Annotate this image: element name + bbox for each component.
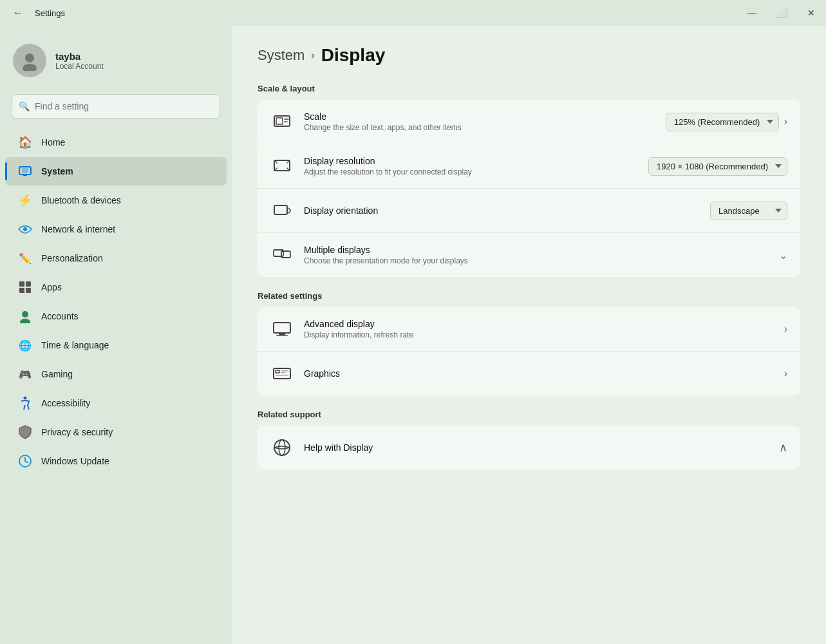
- close-button[interactable]: ✕: [796, 0, 826, 26]
- related-settings-card: Advanced display Display information, re…: [258, 307, 800, 395]
- search-input[interactable]: [35, 101, 213, 111]
- svg-rect-21: [279, 333, 285, 335]
- orientation-row[interactable]: Display orientation Landscape Portrait: [258, 189, 800, 233]
- resolution-control[interactable]: 1920 × 1080 (Recommended) 1280 × 720: [648, 157, 787, 176]
- windows-update-icon: [18, 454, 32, 468]
- scale-control[interactable]: 125% (Recommended) 100% 150% ›: [666, 113, 787, 131]
- multiple-displays-icon: [270, 243, 294, 267]
- advanced-display-chevron-icon: ›: [784, 323, 787, 335]
- advanced-display-row[interactable]: Advanced display Display information, re…: [258, 307, 800, 352]
- help-display-text: Help with Display: [304, 442, 769, 453]
- multiple-displays-chevron-icon: ⌄: [779, 249, 787, 261]
- scale-row[interactable]: Scale Change the size of text, apps, and…: [258, 100, 800, 144]
- scale-title: Scale: [304, 111, 655, 122]
- advanced-display-control[interactable]: ›: [784, 323, 787, 335]
- accessibility-icon: [18, 396, 32, 410]
- gaming-icon: 🎮: [18, 367, 32, 381]
- sidebar-label-personalization: Personalization: [41, 253, 103, 263]
- svg-rect-15: [276, 118, 283, 124]
- svg-rect-9: [26, 288, 31, 293]
- svg-rect-6: [19, 281, 24, 287]
- resolution-row[interactable]: Display resolution Adjust the resolution…: [258, 144, 800, 189]
- svg-point-0: [25, 53, 34, 62]
- minimize-button[interactable]: —: [737, 0, 767, 26]
- sidebar-item-accounts[interactable]: Accounts: [5, 302, 227, 330]
- scale-dropdown[interactable]: 125% (Recommended) 100% 150%: [666, 113, 779, 131]
- nav-menu: 🏠 Home System ⚡ Bluetooth & devices: [0, 128, 232, 476]
- svg-point-1: [23, 64, 37, 71]
- help-display-row[interactable]: Help with Display ∧: [258, 426, 800, 469]
- help-display-chevron-icon: ∧: [779, 440, 787, 455]
- window-title: Settings: [35, 8, 65, 18]
- svg-point-5: [23, 227, 27, 231]
- breadcrumb-chevron-icon: ›: [311, 50, 314, 61]
- resolution-title: Display resolution: [304, 156, 638, 166]
- sidebar-item-home[interactable]: 🏠 Home: [5, 128, 227, 156]
- sidebar-item-network[interactable]: Network & internet: [5, 215, 227, 243]
- sidebar-label-home: Home: [41, 137, 65, 147]
- advanced-display-title: Advanced display: [304, 319, 774, 329]
- content-area: System › Display Scale & layout Scale Ch…: [232, 26, 826, 644]
- svg-rect-16: [274, 160, 290, 171]
- home-icon: 🏠: [18, 135, 32, 149]
- graphics-title: Graphics: [304, 368, 774, 379]
- svg-point-10: [22, 311, 28, 317]
- sidebar-item-system[interactable]: System: [5, 157, 227, 185]
- scale-layout-card: Scale Change the size of text, apps, and…: [258, 100, 800, 277]
- sidebar-item-privacy[interactable]: Privacy & security: [5, 418, 227, 446]
- sidebar-item-accessibility[interactable]: Accessibility: [5, 389, 227, 417]
- svg-rect-8: [19, 288, 24, 293]
- apps-icon: [18, 280, 32, 294]
- svg-point-30: [279, 440, 285, 455]
- sidebar-item-bluetooth[interactable]: ⚡ Bluetooth & devices: [5, 186, 227, 214]
- breadcrumb-parent[interactable]: System: [258, 47, 305, 64]
- sidebar-label-system: System: [41, 166, 73, 176]
- accounts-icon: [18, 309, 32, 323]
- svg-point-29: [274, 440, 290, 455]
- orientation-title: Display orientation: [304, 205, 700, 216]
- graphics-row[interactable]: Graphics ›: [258, 352, 800, 395]
- help-display-icon: [270, 436, 294, 459]
- sidebar-item-time[interactable]: 🌐 Time & language: [5, 331, 227, 359]
- sidebar-label-windows-update: Windows Update: [41, 456, 109, 466]
- breadcrumb: System › Display: [258, 45, 800, 66]
- sidebar-label-accounts: Accounts: [41, 311, 79, 321]
- sidebar-item-apps[interactable]: Apps: [5, 273, 227, 301]
- resolution-dropdown[interactable]: 1920 × 1080 (Recommended) 1280 × 720: [648, 157, 787, 176]
- sidebar-label-gaming: Gaming: [41, 369, 73, 379]
- resolution-text: Display resolution Adjust the resolution…: [304, 156, 638, 176]
- svg-point-11: [20, 319, 30, 323]
- advanced-display-subtitle: Display information, refresh rate: [304, 330, 774, 339]
- sidebar-item-windows-update[interactable]: Windows Update: [5, 447, 227, 475]
- sidebar-label-apps: Apps: [41, 282, 62, 292]
- svg-rect-17: [274, 205, 287, 214]
- graphics-control[interactable]: ›: [784, 368, 787, 379]
- multiple-displays-control[interactable]: ⌄: [779, 249, 787, 261]
- privacy-icon: [18, 425, 32, 439]
- sidebar-label-bluetooth: Bluetooth & devices: [41, 195, 121, 205]
- orientation-icon: [270, 199, 294, 222]
- user-account-type: Local Account: [55, 62, 104, 71]
- sidebar-label-network: Network & internet: [41, 224, 115, 234]
- orientation-dropdown[interactable]: Landscape Portrait: [710, 202, 787, 220]
- orientation-text: Display orientation: [304, 205, 700, 216]
- time-icon: 🌐: [18, 338, 32, 352]
- user-profile[interactable]: tayba Local Account: [0, 26, 232, 90]
- sidebar-item-gaming[interactable]: 🎮 Gaming: [5, 360, 227, 388]
- title-bar: ← Settings — ⬜ ✕: [0, 0, 826, 26]
- back-icon[interactable]: ←: [8, 5, 28, 21]
- sidebar-item-personalization[interactable]: ✏️ Personalization: [5, 244, 227, 272]
- help-display-title: Help with Display: [304, 442, 769, 453]
- graphics-chevron-icon: ›: [784, 368, 787, 379]
- scale-layout-header: Scale & layout: [258, 84, 800, 93]
- avatar: [13, 44, 46, 77]
- sidebar-label-time: Time & language: [41, 340, 109, 350]
- resolution-subtitle: Adjust the resolution to fit your connec…: [304, 167, 638, 176]
- orientation-control[interactable]: Landscape Portrait: [710, 202, 787, 220]
- multiple-displays-row[interactable]: Multiple displays Choose the presentatio…: [258, 233, 800, 277]
- breadcrumb-current: Display: [321, 45, 386, 66]
- maximize-button[interactable]: ⬜: [767, 0, 796, 26]
- search-box[interactable]: 🔍: [12, 94, 220, 118]
- search-icon: 🔍: [19, 101, 30, 111]
- help-display-control[interactable]: ∧: [779, 440, 787, 455]
